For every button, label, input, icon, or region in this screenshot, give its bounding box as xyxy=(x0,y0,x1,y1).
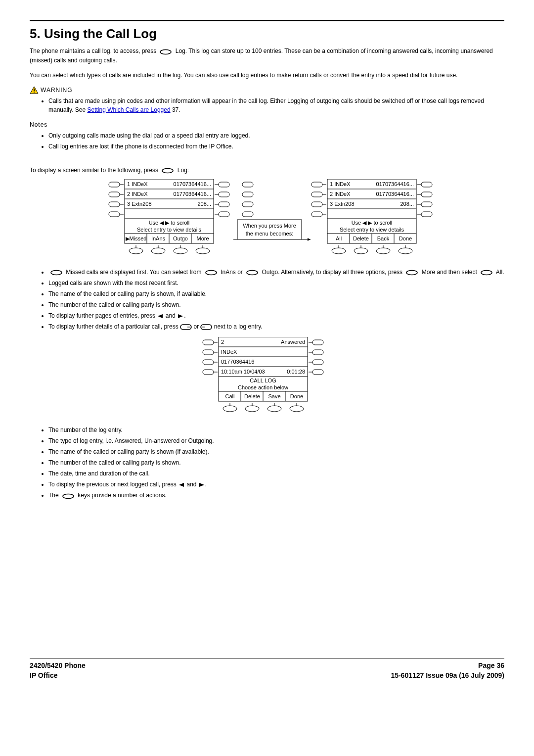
svg-rect-53 xyxy=(312,202,322,207)
paragraph-2: You can select which types of calls are … xyxy=(30,71,504,80)
p3-post: Log: xyxy=(176,167,189,174)
footer-right-1: Page 36 xyxy=(391,661,504,671)
svg-text:2  INDeX: 2 INDeX xyxy=(127,191,148,197)
svg-text:01770364416...: 01770364416... xyxy=(376,191,414,197)
p1-pre: The phone maintains a call log, to acces… xyxy=(30,47,158,54)
svg-point-90 xyxy=(247,271,258,275)
right-arrow-icon xyxy=(177,312,184,319)
list-item: Logged calls are shown with the most rec… xyxy=(48,279,504,287)
text: Missed calls are displayed first. You ca… xyxy=(64,269,203,276)
text: keys provide a number of actions. xyxy=(76,492,167,499)
text: next to a log entry. xyxy=(212,323,262,330)
svg-text:Outgo: Outgo xyxy=(173,236,188,241)
softkey-icon xyxy=(246,268,259,277)
svg-text:Call: Call xyxy=(225,393,235,399)
footer-rule xyxy=(30,659,504,659)
text: To display further details of a particul… xyxy=(48,323,180,330)
right-arrow-icon xyxy=(198,481,205,488)
svg-text:Select entry to view details: Select entry to view details xyxy=(137,227,202,233)
svg-text:Use ◀ ▶ to scroll: Use ◀ ▶ to scroll xyxy=(149,220,190,226)
svg-rect-78 xyxy=(421,202,432,207)
left-arrow-icon xyxy=(178,481,185,488)
svg-text:Delete: Delete xyxy=(353,236,369,241)
list-item: To display further details of a particul… xyxy=(48,322,504,331)
svg-rect-123 xyxy=(312,370,323,375)
list-item: The number of the called or calling part… xyxy=(48,458,504,467)
softkey-icon xyxy=(62,491,75,500)
notes-list: Only outgoing calls made using the dial … xyxy=(30,131,504,151)
svg-point-92 xyxy=(481,271,492,275)
svg-rect-120 xyxy=(312,340,323,345)
text: The xyxy=(48,492,60,499)
page-title: 5. Using the Call Log xyxy=(30,24,504,44)
svg-text:Done: Done xyxy=(290,393,303,399)
bullets-after-figure-2: The number of the log entry. The type of… xyxy=(30,425,504,500)
text: InAns or xyxy=(219,269,244,276)
svg-point-0 xyxy=(160,49,171,54)
svg-text:INDeX: INDeX xyxy=(221,349,237,355)
svg-point-84 xyxy=(376,248,390,254)
warning-list-item: Calls that are made using pin codes and … xyxy=(48,96,504,114)
svg-text:3  Extn208: 3 Extn208 xyxy=(127,201,152,207)
list-item: The number of the log entry. xyxy=(48,425,504,434)
page-ref: 37 xyxy=(172,106,178,113)
svg-rect-54 xyxy=(312,212,322,217)
svg-rect-3 xyxy=(34,92,35,93)
svg-rect-95 xyxy=(203,340,214,345)
softkey-icon xyxy=(405,268,418,277)
figure-2-svg: 2Answered INDeX 01770364416 10:10am 10/0… xyxy=(193,337,341,416)
warning-icon xyxy=(30,86,39,94)
svg-rect-98 xyxy=(203,370,214,375)
svg-point-126 xyxy=(245,406,259,412)
text: More and then select xyxy=(420,269,479,276)
text: and xyxy=(185,481,198,488)
svg-text:01770364416: 01770364416 xyxy=(221,359,254,365)
svg-text:Use ◀ ▶ to scroll: Use ◀ ▶ to scroll xyxy=(352,220,393,226)
svg-text:208...: 208... xyxy=(197,201,211,207)
svg-text:Delete: Delete xyxy=(244,393,260,399)
footer-right-2: 15-601127 Issue 09a (16 July 2009) xyxy=(391,671,504,681)
svg-point-4 xyxy=(162,169,173,173)
svg-rect-122 xyxy=(312,360,323,365)
list-item: To display further pages of entries, pre… xyxy=(48,311,504,320)
text: and xyxy=(164,312,177,319)
svg-point-38 xyxy=(174,248,187,254)
list-item: Call log entries are lost if the phone i… xyxy=(48,142,504,151)
svg-rect-49 xyxy=(242,202,253,207)
svg-point-132 xyxy=(63,494,74,499)
svg-text:1  INDeX: 1 INDeX xyxy=(330,181,351,187)
text: . xyxy=(205,481,207,488)
svg-rect-52 xyxy=(312,192,322,197)
list-item: The number of the called or calling part… xyxy=(48,300,504,309)
svg-text:Done: Done xyxy=(399,236,412,241)
display-button-left-icon xyxy=(200,323,212,330)
svg-rect-2 xyxy=(34,89,35,91)
svg-point-82 xyxy=(354,248,368,254)
svg-text:2  INDeX: 2 INDeX xyxy=(330,191,351,197)
svg-text:▶Missed: ▶Missed xyxy=(126,236,147,241)
svg-point-80 xyxy=(332,248,346,254)
svg-rect-50 xyxy=(242,212,253,217)
svg-rect-121 xyxy=(312,350,323,355)
setting-calls-logged-link[interactable]: Setting Which Calls are Logged xyxy=(88,106,171,113)
softkey-icon xyxy=(161,166,174,175)
svg-rect-79 xyxy=(421,212,432,217)
svg-text:Save: Save xyxy=(268,393,280,399)
svg-point-40 xyxy=(196,248,210,254)
svg-rect-7 xyxy=(109,202,120,207)
list-item: The type of log entry, i.e. Answered, Un… xyxy=(48,436,504,445)
svg-rect-97 xyxy=(203,360,214,365)
text: or xyxy=(192,323,200,330)
svg-point-91 xyxy=(406,271,417,275)
list-item: The name of the called or calling party … xyxy=(48,289,504,298)
svg-text:Back: Back xyxy=(377,236,390,241)
figure-call-log-detail: 2Answered INDeX 01770364416 10:10am 10/0… xyxy=(30,337,504,419)
svg-text:CALL LOG: CALL LOG xyxy=(250,378,276,383)
svg-text:More: More xyxy=(196,236,209,241)
softkey-icon xyxy=(205,268,218,277)
text: All. xyxy=(494,269,504,276)
svg-text:208...: 208... xyxy=(400,201,414,207)
svg-point-86 xyxy=(399,248,412,254)
figure-1-svg: 1 INDeX01707364416... 2 INDeX01770364416… xyxy=(94,179,440,258)
softkey-icon xyxy=(480,268,493,277)
